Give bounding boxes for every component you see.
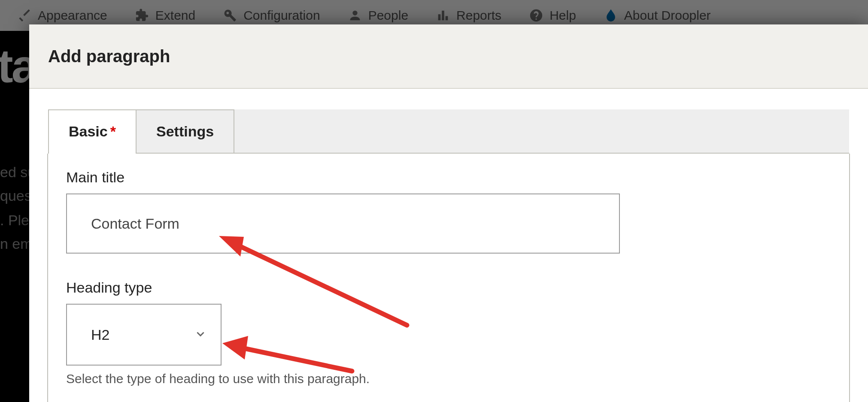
- add-paragraph-modal: Add paragraph Basic* Settings Main title…: [29, 24, 868, 402]
- modal-title: Add paragraph: [48, 47, 170, 66]
- chevron-down-icon: [195, 328, 206, 341]
- modal-header: Add paragraph: [29, 24, 868, 89]
- form-area: Main title Heading type H2 Select the ty…: [47, 154, 850, 402]
- tab-strip: Basic* Settings: [48, 109, 849, 154]
- tab-settings[interactable]: Settings: [136, 109, 234, 153]
- heading-type-label: Heading type: [66, 279, 831, 296]
- main-title-label: Main title: [66, 169, 831, 186]
- tab-basic[interactable]: Basic*: [48, 109, 137, 153]
- tab-label: Settings: [156, 123, 214, 139]
- heading-type-help: Select the type of heading to use with t…: [66, 372, 831, 386]
- heading-type-select[interactable]: H2: [66, 304, 222, 366]
- modal-body: Basic* Settings Main title Heading type …: [29, 89, 868, 402]
- required-marker: *: [110, 123, 116, 139]
- main-title-input[interactable]: [66, 193, 620, 254]
- tab-label: Basic: [69, 123, 108, 139]
